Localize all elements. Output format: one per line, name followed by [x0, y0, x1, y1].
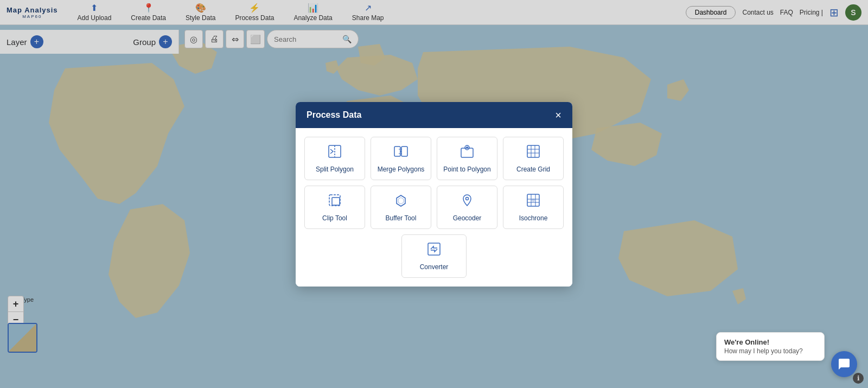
merge-polygons-label: Merge Polygons	[378, 166, 425, 173]
create-grid-button[interactable]: Create Grid	[503, 137, 564, 180]
svg-rect-3	[394, 147, 400, 156]
create-grid-label: Create Grid	[516, 166, 550, 173]
modal-header: Process Data ×	[296, 102, 572, 128]
svg-rect-14	[332, 198, 340, 205]
svg-rect-24	[428, 243, 440, 255]
svg-point-23	[532, 199, 535, 202]
split-polygon-icon	[327, 144, 342, 162]
merge-polygons-button[interactable]: Merge Polygons	[371, 137, 431, 180]
converter-button[interactable]: Converter	[401, 234, 467, 278]
process-data-modal: Process Data × Split Polygon	[296, 102, 572, 287]
point-to-polygon-label: Point to Polygon	[443, 166, 490, 173]
modal-body: Split Polygon Merge Polygons	[296, 128, 572, 287]
svg-marker-15	[397, 195, 405, 206]
svg-marker-16	[398, 198, 404, 204]
svg-rect-8	[527, 145, 539, 157]
chat-bubble: We're Online! How may I help you today?	[716, 332, 825, 361]
chat-title: We're Online!	[724, 338, 816, 346]
modal-close-button[interactable]: ×	[555, 110, 561, 120]
svg-rect-13	[329, 195, 340, 206]
converter-label: Converter	[420, 263, 449, 271]
converter-icon	[426, 241, 442, 260]
buffer-tool-label: Buffer Tool	[386, 214, 417, 222]
clip-tool-icon	[327, 193, 342, 211]
buffer-tool-icon	[393, 193, 409, 211]
split-polygon-label: Split Polygon	[316, 166, 354, 173]
create-grid-icon	[526, 144, 541, 162]
chat-button[interactable]	[831, 351, 857, 377]
chat-icon	[838, 358, 851, 371]
isochrone-icon	[526, 193, 541, 211]
chat-subtitle: How may I help you today?	[724, 347, 816, 355]
point-to-polygon-icon	[459, 144, 475, 162]
geocoder-icon	[459, 193, 475, 211]
geocoder-label: Geocoder	[453, 214, 482, 222]
geocoder-button[interactable]: Geocoder	[437, 186, 497, 229]
modal-overlay[interactable]: Process Data × Split Polygon	[0, 0, 868, 388]
isochrone-label: Isochrone	[519, 214, 548, 222]
svg-rect-4	[401, 147, 407, 156]
isochrone-button[interactable]: Isochrone	[503, 186, 564, 229]
modal-title: Process Data	[307, 110, 361, 120]
point-to-polygon-button[interactable]: Point to Polygon	[437, 137, 497, 180]
split-polygon-button[interactable]: Split Polygon	[304, 137, 365, 180]
merge-polygons-icon	[393, 144, 409, 162]
svg-point-7	[466, 147, 468, 149]
clip-tool-label: Clip Tool	[322, 214, 347, 222]
buffer-tool-button[interactable]: Buffer Tool	[371, 186, 431, 229]
tools-grid: Split Polygon Merge Polygons	[304, 137, 564, 229]
tools-grid-bottom: Converter	[304, 234, 564, 278]
svg-point-17	[466, 197, 469, 200]
clip-tool-button[interactable]: Clip Tool	[304, 186, 365, 229]
